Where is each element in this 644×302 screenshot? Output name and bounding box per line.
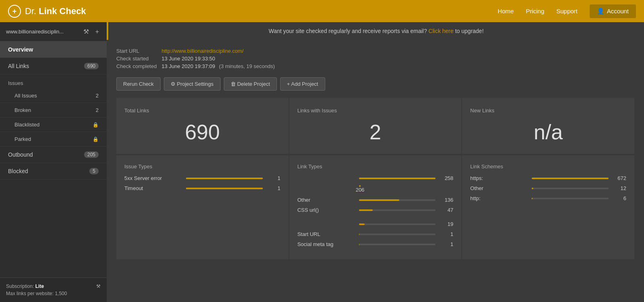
bar-count: 19 xyxy=(439,221,453,227)
sidebar-item-parked[interactable]: Parked 🔒 xyxy=(0,132,107,147)
bar-wrap xyxy=(186,188,263,189)
action-buttons: Rerun Check ⚙ Project Settings 🗑 Delete … xyxy=(107,73,644,98)
bar-fill xyxy=(359,178,436,179)
top-nav: + Dr. Link Check Home Pricing Support 👤 … xyxy=(0,0,644,22)
link-schemes-label: Link Schemes xyxy=(470,163,626,170)
start-url-link[interactable]: http://www.billionairediscipline.com/ xyxy=(161,48,244,54)
link-schemes-card: Link Schemes https: 672 Other 12 http: 6 xyxy=(462,155,634,259)
sidebar-badge: 5 xyxy=(89,168,99,174)
delete-button[interactable]: 🗑 Delete Project xyxy=(224,77,277,91)
bar-fill xyxy=(532,178,609,179)
info-section: Start URL http://www.billionairediscipli… xyxy=(107,40,644,73)
issue-types-card: Issue Types 5xx Server error 1 Timeout 1 xyxy=(116,155,289,259)
bar-name: Other xyxy=(297,197,356,203)
sidebar-item-all-links[interactable]: All Links 690 xyxy=(0,58,107,74)
stat-new-links: New Links n/a xyxy=(462,98,634,154)
bar-fill xyxy=(186,178,263,179)
sidebar-badge: 205 xyxy=(84,151,99,158)
site-settings-icon[interactable]: ⚒ xyxy=(82,27,91,36)
check-started-label: Check started xyxy=(116,55,161,62)
bar-row: 19 xyxy=(297,221,454,227)
bar-row: Timeout 1 xyxy=(124,185,281,191)
account-button[interactable]: 👤 Account xyxy=(590,4,636,18)
stat-value: 2 xyxy=(297,120,454,144)
nav-home[interactable]: Home xyxy=(497,8,514,14)
sidebar-item-all-issues[interactable]: All Issues 2 xyxy=(0,89,107,103)
bar-count: 206 xyxy=(356,187,365,193)
svg-text:+: + xyxy=(12,7,17,15)
bar-row: Other 136 xyxy=(297,197,454,203)
subscription-info: Subscription: Lite ⚒ xyxy=(6,283,101,289)
stat-label: Links with Issues xyxy=(297,108,454,114)
stats-grid: Total Links 690 Links with Issues 2 New … xyxy=(116,98,635,154)
sidebar-item-blacklisted[interactable]: Blacklisted 🔒 xyxy=(0,118,107,132)
check-completed-label: Check completed xyxy=(116,62,161,70)
logo-icon: + xyxy=(8,5,21,18)
banner-text-after: to upgrade! xyxy=(455,28,484,34)
stat-total-links: Total Links 690 xyxy=(116,98,289,154)
start-url-label: Start URL xyxy=(116,47,161,55)
bar-row: Other 12 xyxy=(470,185,626,191)
sidebar-item-label: Blocked xyxy=(8,168,28,174)
bar-count: 1 xyxy=(439,241,453,247)
bar-wrap xyxy=(359,223,436,225)
bar-name xyxy=(297,175,356,181)
check-completed-value: 13 June 2020 19:37:09 xyxy=(161,63,215,69)
check-started-value: 13 June 2020 19:33:50 xyxy=(161,55,279,62)
nav-pricing[interactable]: Pricing xyxy=(526,8,544,14)
nav-support[interactable]: Support xyxy=(556,8,578,14)
sidebar-badge: 2 xyxy=(96,93,99,99)
lock-icon: 🔒 xyxy=(93,122,99,128)
user-icon: 👤 xyxy=(597,8,605,15)
bar-row: https: 672 xyxy=(470,175,626,181)
bar-wrap xyxy=(359,234,436,235)
check-duration: (3 minutes, 19 seconds) xyxy=(219,63,275,69)
sidebar-item-label: Blacklisted xyxy=(14,122,39,128)
bar-count: 136 xyxy=(439,197,453,203)
site-add-icon[interactable]: + xyxy=(94,27,101,36)
detail-grid: Issue Types 5xx Server error 1 Timeout 1… xyxy=(116,155,635,260)
bar-name: CSS url() xyxy=(297,207,356,213)
sidebar-item-outbound[interactable]: Outbound 205 xyxy=(0,147,107,163)
bar-row: CSS url() 47 xyxy=(297,207,454,213)
main-content: Want your site checked regularly and rec… xyxy=(107,22,644,302)
bar-count: 12 xyxy=(612,185,626,191)
bar-count: 672 xyxy=(612,175,626,181)
sidebar-item-overview[interactable]: Overview xyxy=(0,41,107,58)
add-project-button[interactable]: + Add Project xyxy=(280,77,325,91)
bar-wrap xyxy=(359,178,436,179)
info-table: Start URL http://www.billionairediscipli… xyxy=(116,47,280,70)
bar-count: 1 xyxy=(266,175,281,181)
lock-icon: 🔒 xyxy=(93,137,99,142)
bar-wrap xyxy=(532,188,609,189)
bar-wrap xyxy=(532,198,609,199)
bar-fill xyxy=(532,198,533,199)
bar-wrap xyxy=(359,244,436,245)
sidebar-item-blocked[interactable]: Blocked 5 xyxy=(0,163,107,180)
logo-text: Dr. Link Check xyxy=(25,6,86,17)
bar-count: 1 xyxy=(266,185,281,191)
upgrade-link[interactable]: Click here xyxy=(429,28,454,34)
bar-fill xyxy=(359,199,400,201)
link-types-card: Link Types 258 206 Other 136 xyxy=(289,155,462,259)
sidebar: www.billionairedisciplin... ⚒ + Overview… xyxy=(0,22,107,302)
bar-row: Start URL 1 xyxy=(297,231,454,237)
sidebar-item-label: Outbound xyxy=(8,151,33,158)
bar-name: 5xx Server error xyxy=(124,175,183,181)
sidebar-item-label: All Links xyxy=(8,63,29,69)
sidebar-item-broken[interactable]: Broken 2 xyxy=(0,103,107,118)
bar-row: 258 xyxy=(297,175,454,181)
sidebar-item-label: Parked xyxy=(14,136,31,142)
subscription-settings-icon[interactable]: ⚒ xyxy=(96,283,101,289)
issue-types-bars: 5xx Server error 1 Timeout 1 xyxy=(124,175,281,191)
sidebar-badge: 690 xyxy=(84,63,99,69)
upgrade-banner: Want your site checked regularly and rec… xyxy=(107,22,644,40)
stat-links-issues: Links with Issues 2 xyxy=(289,98,462,154)
bar-row: 5xx Server error 1 xyxy=(124,175,281,181)
settings-button[interactable]: ⚙ Project Settings xyxy=(164,77,221,91)
sidebar-item-label: Broken xyxy=(14,107,31,113)
bar-fill xyxy=(186,188,263,189)
bar-count: 6 xyxy=(612,195,626,201)
rerun-button[interactable]: Rerun Check xyxy=(116,77,161,91)
bar-count: 1 xyxy=(439,231,453,237)
